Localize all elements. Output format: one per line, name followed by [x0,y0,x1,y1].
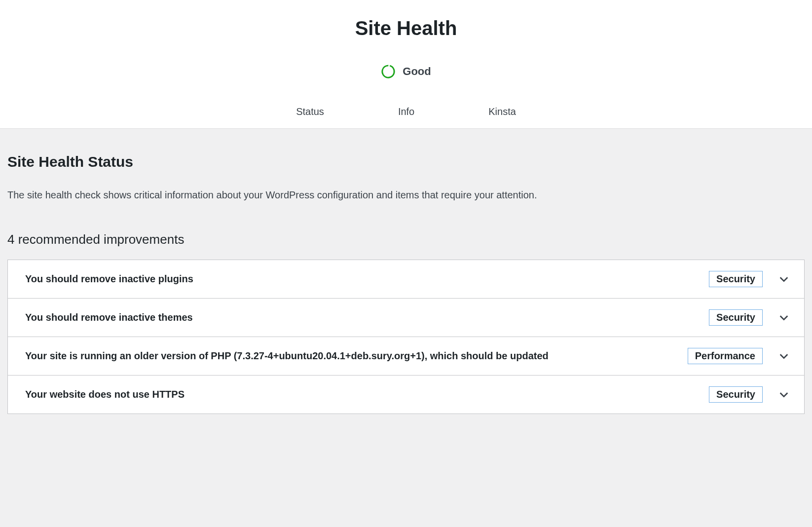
section-title: Site Health Status [7,153,805,170]
chevron-down-icon [778,312,789,323]
content: Site Health Status The site health check… [0,129,812,429]
accordion-item[interactable]: Your website does not use HTTPS Security [8,376,804,414]
accordion-item-text: You should remove inactive themes [25,310,709,325]
accordion-item-text: Your site is running an older version of… [25,349,688,363]
section-description: The site health check shows critical inf… [7,188,805,202]
badge-security: Security [709,271,763,287]
badge-performance: Performance [688,348,763,364]
status-circle-icon [381,64,396,79]
status-indicator: Good [10,64,802,79]
chevron-down-icon [778,389,789,400]
accordion-item-text: You should remove inactive plugins [25,272,709,286]
svg-point-0 [381,64,396,79]
improvements-title: 4 recommended improvements [7,232,805,247]
status-label: Good [403,65,431,78]
accordion-item[interactable]: You should remove inactive themes Securi… [8,299,804,337]
accordion-item-text: Your website does not use HTTPS [25,387,709,402]
accordion: You should remove inactive plugins Secur… [7,260,805,414]
accordion-item[interactable]: You should remove inactive plugins Secur… [8,260,804,299]
page-title: Site Health [10,17,802,39]
chevron-down-icon [778,351,789,362]
tab-kinsta[interactable]: Kinsta [486,101,518,128]
tab-info[interactable]: Info [396,101,417,128]
tabs: Status Info Kinsta [10,101,802,128]
tab-status[interactable]: Status [294,101,327,128]
accordion-item[interactable]: Your site is running an older version of… [8,337,804,376]
badge-security: Security [709,309,763,326]
header-section: Site Health Good Status Info Kinsta [0,0,812,129]
chevron-down-icon [778,274,789,285]
badge-security: Security [709,386,763,403]
